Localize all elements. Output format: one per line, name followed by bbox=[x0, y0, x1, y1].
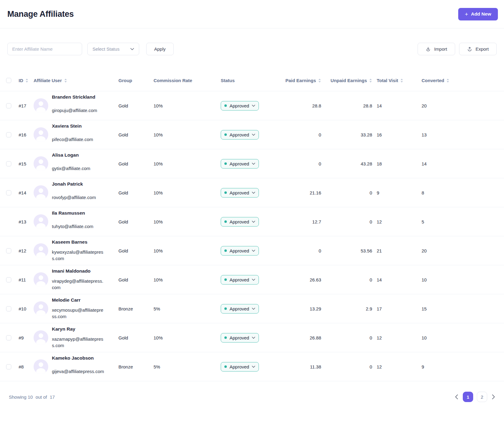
status-dot-icon bbox=[224, 307, 227, 310]
table-row: #17 Branden Strickland giropuju@affiliat… bbox=[0, 91, 504, 120]
affiliate-id: #15 bbox=[17, 161, 32, 166]
pagination-prev-button[interactable] bbox=[454, 393, 459, 401]
affiliate-id: #9 bbox=[17, 335, 32, 340]
paid-earnings-value: 12.7 bbox=[276, 219, 323, 224]
pagination-next-button[interactable] bbox=[491, 393, 496, 401]
row-checkbox[interactable] bbox=[6, 306, 11, 311]
affiliate-id: #10 bbox=[17, 306, 32, 311]
add-new-button[interactable]: + Add New bbox=[458, 8, 498, 20]
status-dropdown[interactable]: Approved bbox=[221, 159, 259, 169]
commission-rate-value: 10% bbox=[154, 335, 221, 340]
select-all-cell bbox=[0, 78, 17, 83]
unpaid-earnings-value: 53.56 bbox=[323, 248, 374, 253]
total-visit-value: 14 bbox=[374, 103, 406, 108]
import-button[interactable]: Import bbox=[418, 43, 455, 55]
row-checkbox[interactable] bbox=[6, 364, 11, 369]
converted-value: 5 bbox=[406, 219, 504, 224]
table-row: #9 Karyn Ray xazamapyp@affiliatepress.co… bbox=[0, 323, 504, 352]
column-header-paid[interactable]: Paid Earnings bbox=[276, 78, 323, 83]
avatar bbox=[34, 98, 48, 113]
chevron-down-icon bbox=[252, 163, 255, 165]
affiliate-email: virapydeg@affiliatepress.com bbox=[52, 277, 104, 291]
commission-rate-value: 5% bbox=[154, 364, 221, 369]
affiliate-email: xazamapyp@affiliatepress.com bbox=[52, 336, 104, 349]
total-visit-value: 12 bbox=[374, 219, 406, 224]
status-select[interactable]: Select Status bbox=[87, 43, 139, 55]
status-dropdown[interactable]: Approved bbox=[221, 362, 259, 372]
converted-value: 8 bbox=[406, 190, 504, 195]
converted-value: 15 bbox=[406, 306, 504, 311]
column-header-visit[interactable]: Total Visit bbox=[374, 78, 406, 83]
plus-icon: + bbox=[465, 11, 468, 17]
affiliate-name: Alisa Logan bbox=[52, 152, 90, 158]
status-dropdown[interactable]: Approved bbox=[221, 246, 259, 256]
converted-value: 20 bbox=[406, 248, 504, 253]
column-label: Status bbox=[221, 78, 235, 83]
chevron-down-icon bbox=[252, 192, 255, 194]
status-dropdown[interactable]: Approved bbox=[221, 217, 259, 227]
paid-earnings-value: 0 bbox=[276, 161, 323, 166]
group-value: Gold bbox=[118, 190, 154, 195]
status-label: Approved bbox=[230, 190, 249, 195]
table-row: #14 Jonah Patrick rovofyp@affiliate.com … bbox=[0, 178, 504, 207]
affiliate-name: Karyn Ray bbox=[52, 326, 104, 332]
status-dropdown[interactable]: Approved bbox=[221, 188, 259, 198]
row-checkbox[interactable] bbox=[6, 190, 11, 195]
pagination-page-1-button[interactable]: 1 bbox=[463, 392, 473, 402]
status-dropdown[interactable]: Approved bbox=[221, 333, 259, 343]
status-label: Approved bbox=[230, 335, 249, 340]
paid-earnings-value: 11.38 bbox=[276, 364, 323, 369]
paid-earnings-value: 13.29 bbox=[276, 306, 323, 311]
status-dropdown[interactable]: Approved bbox=[221, 304, 259, 314]
sort-arrows-icon bbox=[369, 78, 372, 83]
row-checkbox[interactable] bbox=[6, 335, 11, 340]
column-header-user[interactable]: Affiliate User bbox=[32, 78, 118, 83]
avatar bbox=[34, 156, 48, 171]
row-checkbox[interactable] bbox=[6, 132, 11, 137]
upload-icon bbox=[467, 46, 472, 52]
affiliate-id: #17 bbox=[17, 103, 32, 108]
chevron-left-icon bbox=[455, 394, 458, 399]
export-button[interactable]: Export bbox=[459, 43, 497, 55]
converted-value: 20 bbox=[406, 103, 504, 108]
paid-earnings-value: 26.88 bbox=[276, 335, 323, 340]
paid-earnings-value: 21.16 bbox=[276, 190, 323, 195]
row-checkbox[interactable] bbox=[6, 103, 11, 108]
column-label: Paid Earnings bbox=[285, 78, 316, 83]
unpaid-earnings-value: 0 bbox=[323, 219, 374, 224]
commission-rate-value: 10% bbox=[154, 219, 221, 224]
column-header-id[interactable]: ID bbox=[17, 78, 32, 83]
converted-value: 10 bbox=[406, 335, 504, 340]
select-all-checkbox[interactable] bbox=[6, 78, 11, 83]
row-checkbox[interactable] bbox=[6, 248, 11, 253]
status-label: Approved bbox=[230, 364, 249, 369]
affiliate-email: tuhyto@affiliate.com bbox=[52, 219, 93, 233]
status-dot-icon bbox=[224, 133, 227, 136]
row-checkbox[interactable] bbox=[6, 161, 11, 166]
unpaid-earnings-value: 43.28 bbox=[323, 161, 374, 166]
pagination-page-2-button[interactable]: 2 bbox=[477, 392, 487, 402]
chevron-down-icon bbox=[252, 308, 255, 310]
avatar bbox=[34, 243, 48, 258]
avatar bbox=[34, 214, 48, 229]
table-row: #12 Kaseem Barnes kywoxyzalu@affiliatepr… bbox=[0, 236, 504, 265]
affiliate-name-input[interactable] bbox=[7, 43, 82, 55]
chevron-down-icon bbox=[252, 279, 255, 281]
apply-button[interactable]: Apply bbox=[146, 43, 174, 55]
status-label: Approved bbox=[230, 132, 249, 137]
pagination-pages: 1 2 bbox=[463, 392, 487, 402]
status-dropdown[interactable]: Approved bbox=[221, 275, 259, 285]
avatar bbox=[34, 301, 48, 316]
row-checkbox[interactable] bbox=[6, 277, 11, 282]
column-header-converted[interactable]: Converted bbox=[406, 78, 504, 83]
status-dot-icon bbox=[224, 278, 227, 281]
column-header-unpaid[interactable]: Unpaid Earnings bbox=[323, 78, 374, 83]
group-value: Gold bbox=[118, 248, 154, 253]
status-label: Approved bbox=[230, 277, 249, 282]
total-visit-value: 14 bbox=[374, 277, 406, 282]
status-dropdown[interactable]: Approved bbox=[221, 101, 259, 111]
status-dropdown[interactable]: Approved bbox=[221, 130, 259, 140]
affiliate-id: #11 bbox=[17, 277, 32, 282]
paid-earnings-value: 28.8 bbox=[276, 103, 323, 108]
commission-rate-value: 10% bbox=[154, 161, 221, 166]
